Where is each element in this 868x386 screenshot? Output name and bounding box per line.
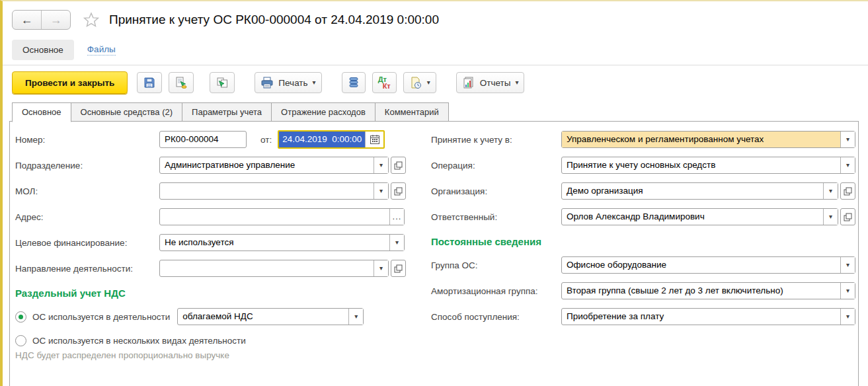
reports-button-label: Отчеты: [480, 78, 511, 88]
accounting-dropdown-icon[interactable]: ▾: [840, 132, 855, 147]
tab-main[interactable]: Основное: [12, 102, 71, 122]
open-icon: [844, 187, 852, 196]
vat-activity-kind-dropdown-icon[interactable]: ▾: [348, 309, 363, 325]
address-row: Адрес: ...: [15, 208, 409, 226]
open-icon: [394, 161, 403, 170]
mol-open-button[interactable]: [391, 182, 406, 200]
nav-item-files[interactable]: Файлы: [87, 44, 116, 56]
responsible-dropdown-icon[interactable]: ▾: [823, 209, 838, 225]
vat-note: НДС будет распределен пропорционально вы…: [15, 350, 409, 360]
document-clock-icon: [409, 76, 422, 89]
calendar-button[interactable]: [365, 132, 383, 147]
address-ellipsis-button[interactable]: ...: [389, 209, 404, 225]
operation-dropdown-icon[interactable]: ▾: [840, 157, 855, 173]
target-financing-dropdown-icon[interactable]: ▾: [389, 235, 404, 251]
save-button[interactable]: [137, 72, 162, 93]
responsible-field[interactable]: Орлов Александр Владимирович ▾: [561, 208, 838, 225]
mol-row: МОЛ: ▾: [15, 182, 409, 200]
activity-direction-dropdown-icon[interactable]: ▾: [374, 260, 388, 276]
date-field[interactable]: 24.04.2019 0:00:00: [278, 130, 385, 149]
operation-row: Операция: Принятие к учету основных сред…: [431, 156, 855, 174]
star-icon: [83, 11, 100, 28]
document-window: ← → Принятие к учету ОС РК00-000004 от 2…: [0, 0, 868, 386]
tab-comment[interactable]: Комментарий: [375, 102, 449, 122]
create-based-on-button[interactable]: [210, 72, 235, 93]
department-open-button[interactable]: [391, 157, 406, 174]
number-field[interactable]: РК00-000004: [159, 131, 247, 148]
vat-multi-activity-radio[interactable]: [15, 335, 26, 346]
reports-dropdown-icon: ▾: [515, 79, 518, 86]
mol-field[interactable]: ▾: [159, 182, 389, 200]
vat-multi-activity-row: ОС используется в нескольких видах деяте…: [15, 333, 409, 348]
tab-expense-reflection[interactable]: Отражение расходов: [272, 102, 375, 122]
os-group-field[interactable]: Офисное оборудование ▾: [561, 256, 855, 274]
mol-label: МОЛ:: [15, 186, 159, 196]
depreciation-group-dropdown-icon[interactable]: ▾: [840, 283, 855, 299]
receipt-method-field[interactable]: Приобретение за плату ▾: [561, 308, 855, 325]
favorite-button[interactable]: [83, 11, 100, 28]
organization-row: Организация: Демо организация ▾: [431, 182, 855, 200]
accounting-label: Принятие к учету в:: [431, 135, 561, 145]
reports-icon: [462, 76, 475, 89]
separator-line: [3, 65, 868, 65]
address-label: Адрес:: [15, 212, 159, 222]
activity-direction-open-button[interactable]: [391, 260, 406, 277]
accounting-field[interactable]: Управленческом и регламентированном учет…: [561, 131, 855, 148]
dt-kt-button[interactable]: Дт Кт: [372, 72, 397, 93]
organization-field[interactable]: Демо организация ▾: [561, 182, 838, 200]
page-title: Принятие к учету ОС РК00-000004 от 24.04…: [109, 13, 439, 27]
os-group-dropdown-icon[interactable]: ▾: [840, 257, 855, 273]
history-nav: ← →: [12, 10, 71, 30]
depreciation-group-label: Амортизационная группа:: [431, 286, 561, 296]
depreciation-group-row: Амортизационная группа: Вторая группа (с…: [431, 282, 855, 300]
vat-multi-activity-label: ОС используется в нескольких видах деяте…: [32, 336, 246, 346]
vat-single-activity-label: ОС используется в деятельности: [32, 312, 170, 322]
window-header: ← → Принятие к учету ОС РК00-000004 от 2…: [12, 5, 868, 34]
address-field[interactable]: ...: [159, 208, 405, 225]
post-document-icon: [175, 76, 188, 89]
schedule-dropdown-icon: ▾: [427, 79, 430, 86]
vat-section-title: Раздельный учет НДС: [15, 288, 409, 299]
register-records-button[interactable]: [342, 72, 366, 93]
print-button[interactable]: Печать ▾: [255, 72, 321, 93]
depreciation-group-field[interactable]: Вторая группа (свыше 2 лет до 3 лет вклю…: [561, 282, 855, 299]
nav-item-main[interactable]: Основное: [12, 40, 74, 60]
tab-fixed-assets[interactable]: Основные средства (2): [71, 102, 183, 122]
vat-single-activity-radio[interactable]: [15, 311, 26, 323]
back-arrow-icon: ←: [21, 13, 33, 27]
reports-button[interactable]: Отчеты ▾: [456, 72, 525, 93]
number-row: Номер: РК00-000004 от: 24.04.2019 0:00:0…: [15, 130, 409, 149]
create-based-on-icon: [216, 76, 229, 89]
responsible-open-button[interactable]: [840, 208, 855, 225]
printer-icon: [260, 77, 274, 89]
open-icon: [394, 264, 403, 273]
activity-direction-row: Направление деятельности: ▾: [15, 259, 409, 278]
tab-accounting-params[interactable]: Параметры учета: [182, 102, 272, 122]
department-field[interactable]: Административное управление ▾: [159, 157, 389, 174]
back-button[interactable]: ←: [13, 11, 42, 29]
activity-direction-label: Направление деятельности:: [15, 264, 159, 274]
activity-direction-field[interactable]: ▾: [159, 260, 389, 277]
permanent-info-section-title: Постоянные сведения: [431, 236, 855, 247]
receipt-method-dropdown-icon[interactable]: ▾: [840, 309, 855, 325]
forward-button[interactable]: →: [42, 11, 70, 29]
print-button-label: Печать: [278, 78, 307, 88]
responsible-label: Ответственный:: [431, 212, 561, 222]
post-and-close-button[interactable]: Провести и закрыть: [12, 71, 128, 94]
target-financing-label: Целевое финансирование:: [15, 238, 159, 248]
post-document-button[interactable]: [169, 72, 194, 93]
vat-single-activity-row: ОС используется в деятельности облагаемо…: [15, 307, 409, 326]
ellipsis-icon: ...: [393, 213, 402, 220]
schedule-button[interactable]: ▾: [403, 72, 436, 93]
department-dropdown-icon[interactable]: ▾: [374, 157, 388, 173]
print-dropdown-icon: ▾: [313, 79, 316, 86]
mol-dropdown-icon[interactable]: ▾: [374, 183, 388, 199]
dt-kt-icon: Дт Кт: [378, 76, 391, 89]
target-financing-field[interactable]: Не используется ▾: [159, 234, 405, 251]
operation-label: Операция:: [431, 161, 561, 171]
number-label: Номер:: [15, 135, 159, 145]
operation-field[interactable]: Принятие к учету основных средств ▾: [561, 157, 855, 174]
organization-dropdown-icon[interactable]: ▾: [823, 183, 838, 199]
organization-open-button[interactable]: [840, 182, 855, 200]
vat-activity-kind-field[interactable]: облагаемой НДС ▾: [177, 308, 364, 325]
